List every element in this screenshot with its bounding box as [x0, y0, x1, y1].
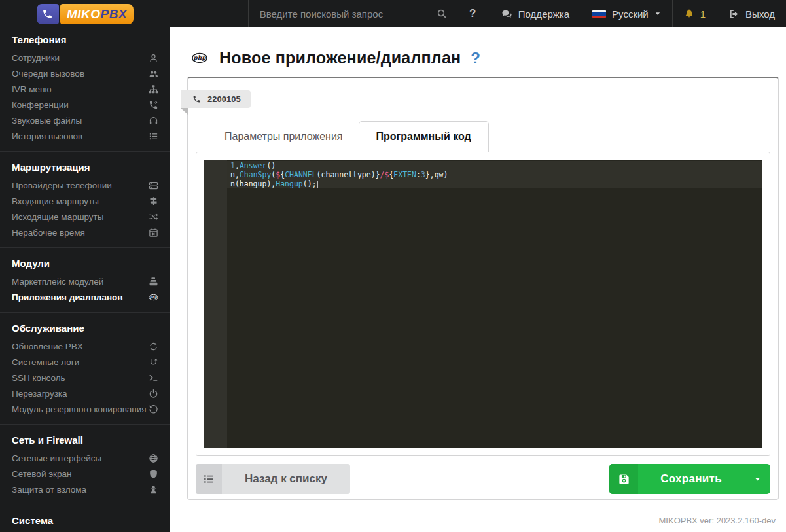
sidebar-item-label: Нерабочее время: [12, 228, 149, 238]
tab-menu: Параметры приложения Программный код: [196, 121, 770, 152]
editor-gutter: [204, 160, 227, 448]
bell-icon: [684, 9, 694, 19]
power-icon: [149, 389, 158, 399]
extension-ribbon-label: 2200105: [181, 90, 251, 108]
save-button[interactable]: Сохранить: [609, 464, 770, 494]
notifications-count: 1: [700, 9, 706, 20]
page-help-icon[interactable]: ?: [471, 49, 480, 67]
extension-number: 2200105: [207, 94, 241, 104]
caret-down-icon: [754, 476, 761, 483]
sidebar-item[interactable]: Системные логи: [0, 354, 170, 370]
sidebar-item[interactable]: IVR меню: [0, 81, 170, 97]
topbar-spacer: [170, 0, 248, 27]
sidebar-item-label: Очереди вызовов: [12, 69, 149, 79]
mikopbx-app: MIKOPBX ТелефонияСотрудникиОчереди вызов…: [0, 0, 786, 532]
sidebar-item-label: Входящие маршруты: [12, 196, 149, 206]
register-icon: [149, 277, 158, 287]
save-button-label: Сохранить: [638, 464, 744, 494]
nav-section: СистемаОбщие настройки: [0, 515, 170, 532]
logo-phone-icon: [37, 4, 59, 24]
sidebar-item[interactable]: SSH консоль: [0, 370, 170, 385]
sidebar-item[interactable]: Очереди вызовов: [0, 65, 170, 81]
list-icon: [196, 464, 222, 494]
application-panel: 2200105 Параметры приложения Программный…: [187, 77, 779, 500]
sidebar-item[interactable]: Провайдеры телефонии: [0, 177, 170, 193]
nav-section: ТелефонияСотрудникиОчереди вызововIVR ме…: [0, 34, 170, 152]
logout-button[interactable]: Выход: [717, 0, 786, 27]
phone-icon: [192, 95, 201, 103]
comments-icon: [501, 9, 512, 20]
tab-program-code[interactable]: Программный код: [359, 121, 489, 152]
sidebar-item-label: Исходящие маршруты: [12, 212, 149, 222]
sidebar-item[interactable]: Приложения диалпланов: [0, 289, 170, 305]
help-label: ?: [469, 7, 476, 20]
sidebar-item-label: Звуковые файлы: [12, 116, 149, 126]
sidebar-item[interactable]: Сетевые интерфейсы: [0, 450, 170, 466]
sidebar-item[interactable]: Защита от взлома: [0, 482, 170, 497]
logo-brand: MIKOPBX: [60, 4, 134, 24]
help-button[interactable]: ?: [456, 0, 490, 27]
action-buttons-row: Назад к списку Сохранить: [196, 464, 770, 494]
page-header: Новое приложение/диалплан ?: [187, 48, 786, 67]
users-icon: [149, 69, 158, 79]
sidebar-item[interactable]: Конференции: [0, 97, 170, 113]
version-footer: MIKOPBX ver: 2023.2.160-dev: [170, 516, 776, 525]
save-dropdown-caret[interactable]: [744, 464, 770, 494]
headphones-icon: [149, 116, 158, 126]
sidebar-item-label: Провайдеры телефонии: [12, 181, 149, 190]
back-to-list-button[interactable]: Назад к списку: [196, 464, 350, 494]
logout-label: Выход: [745, 9, 775, 20]
php-icon: [149, 293, 158, 302]
nav-section: ОбслуживаниеОбновление PBXСистемные логи…: [0, 323, 170, 425]
nav-section-header: Телефония: [0, 34, 170, 45]
sidebar-item[interactable]: Нерабочее время: [0, 224, 170, 240]
logo-text-pbx: PBX: [101, 7, 128, 22]
sidebar-item[interactable]: Сетевой экран: [0, 466, 170, 482]
sidebar-item-label: Модуль резервного копирования: [12, 404, 149, 414]
sidebar-item[interactable]: Обновление PBX: [0, 338, 170, 354]
language-selector[interactable]: Русский: [581, 0, 672, 27]
code-editor[interactable]: 1,Answer()n,ChanSpy(${CHANNEL(channeltyp…: [204, 160, 762, 448]
search-icon[interactable]: [437, 9, 447, 19]
sidebar-item-label: История вызовов: [12, 132, 149, 141]
code-line: n,ChanSpy(${CHANNEL(channeltype)}/${EXTE…: [227, 170, 762, 179]
support-label: Поддержка: [518, 9, 569, 20]
nav-section-header: Маршрутизация: [0, 162, 170, 173]
support-button[interactable]: Поддержка: [490, 0, 581, 27]
nav-section: Сеть и FirewallСетевые интерфейсыСетевой…: [0, 434, 170, 505]
sidebar-item-label: IVR меню: [12, 84, 149, 94]
logo[interactable]: MIKOPBX: [0, 4, 170, 24]
sidebar-item[interactable]: Звуковые файлы: [0, 113, 170, 128]
sidebar-item[interactable]: Перезагрузка: [0, 385, 170, 401]
sidebar-item[interactable]: Входящие маршруты: [0, 193, 170, 209]
search-input[interactable]: [260, 9, 437, 20]
sidebar-item-label: SSH консоль: [12, 373, 149, 383]
sidebar-item-label: Конференции: [12, 100, 149, 110]
notifications-button[interactable]: 1: [672, 0, 717, 27]
search-bar[interactable]: [248, 0, 456, 27]
nav-section-header: Сеть и Firewall: [0, 434, 170, 446]
code-lines[interactable]: 1,Answer()n,ChanSpy(${CHANNEL(channeltyp…: [227, 160, 762, 448]
shield-icon: [149, 469, 158, 479]
signs-icon: [149, 196, 158, 206]
terminal-icon: [149, 373, 158, 383]
user-icon: [149, 53, 158, 63]
sidebar-item[interactable]: Сотрудники: [0, 50, 170, 65]
chevron-down-icon: [654, 10, 661, 17]
globe-icon: [149, 453, 158, 463]
sidebar-item-label: Перезагрузка: [12, 389, 149, 399]
sidebar-item[interactable]: Исходящие маршруты: [0, 209, 170, 224]
sidebar-item-label: Системные логи: [12, 357, 149, 367]
sidebar-item-label: Сетевой экран: [12, 469, 149, 479]
code-line: n(hangup),Hangup();: [227, 179, 762, 188]
sidebar-item[interactable]: История вызовов: [0, 128, 170, 144]
calendar-x-icon: [149, 228, 158, 238]
logs-icon: [149, 357, 158, 367]
nav-section: МаршрутизацияПровайдеры телефонииВходящи…: [0, 162, 170, 248]
back-button-label: Назад к списку: [222, 464, 350, 494]
sidebar-item[interactable]: Маркетплейс модулей: [0, 274, 170, 289]
sidebar-item[interactable]: Модуль резервного копирования: [0, 401, 170, 417]
logo-text-miko: MIKO: [67, 7, 101, 22]
tab-application-parameters[interactable]: Параметры приложения: [209, 122, 359, 152]
sync-icon: [149, 342, 158, 351]
